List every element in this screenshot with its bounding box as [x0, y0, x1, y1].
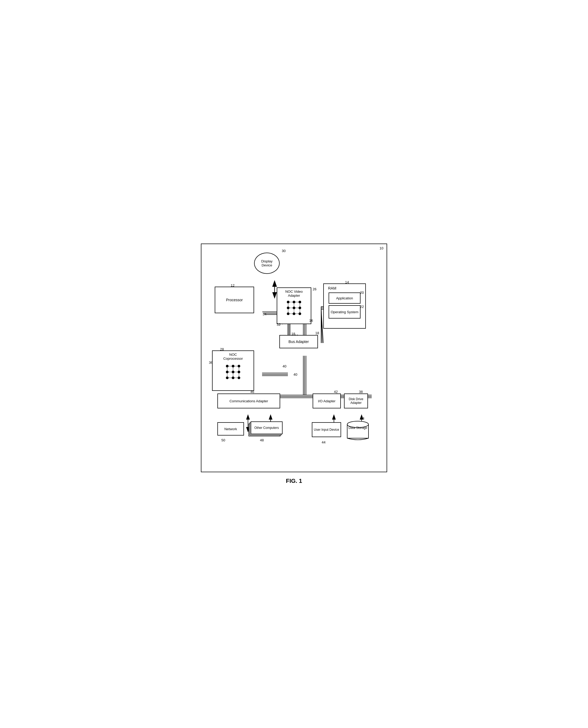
svg-point-76	[237, 371, 240, 373]
noc-cop-grid-lines	[224, 363, 242, 381]
svg-point-63	[293, 312, 295, 315]
bus-18-ref: 18	[291, 332, 295, 336]
network-ref: 50	[222, 438, 225, 442]
user-input-box: User Input Device	[312, 422, 341, 437]
noc-cop-bus-ref: 36	[209, 360, 213, 365]
user-input-label: User Input Device	[314, 428, 339, 432]
data-storage-svg	[345, 420, 371, 441]
fig-number: FIG. 1	[201, 478, 387, 484]
svg-point-60	[293, 307, 295, 309]
disk-drive-adapter-label: Disk Drive Adapter	[344, 397, 368, 405]
bus-adapter-box: Bus Adapter	[279, 335, 318, 348]
comms-adapter-ref: 46	[250, 390, 254, 394]
svg-point-75	[232, 371, 234, 373]
processor-label: Processor	[226, 298, 243, 302]
corner-ref: 10	[380, 246, 383, 250]
svg-point-72	[232, 365, 234, 368]
ram-box: RAM Application Operating System	[323, 283, 366, 329]
svg-point-64	[298, 312, 301, 315]
svg-point-57	[293, 301, 295, 303]
processor-box: Processor	[215, 287, 254, 313]
bus-16-ref: 16	[309, 318, 313, 323]
svg-point-73	[237, 365, 240, 368]
svg-point-58	[298, 301, 301, 303]
noc-cop-grid	[224, 363, 242, 381]
application-label: Application	[336, 296, 353, 300]
operating-system-label: Operating System	[331, 310, 358, 314]
application-ref: 20	[360, 291, 364, 294]
ram-label: RAM	[326, 286, 336, 290]
page-wrapper: 10	[201, 244, 387, 484]
svg-point-78	[232, 376, 234, 379]
ram-ref: 14	[345, 280, 349, 284]
bus-34-ref: 34	[262, 312, 266, 316]
svg-point-77	[226, 376, 229, 379]
other-computers-box: Other Computers	[251, 421, 282, 434]
operating-system-box: Operating System	[329, 305, 360, 318]
bus-adapter-label: Bus Adapter	[289, 339, 309, 344]
bus-adapter-ref: 18	[315, 331, 319, 335]
user-input-ref: 44	[322, 440, 326, 444]
noc-grid-lines	[285, 299, 303, 317]
bus-32-ref: 32	[277, 323, 280, 327]
operating-system-ref: 22	[360, 305, 364, 309]
svg-point-71	[226, 365, 229, 368]
comms-adapter-label: Communications Adapter	[229, 399, 268, 403]
noc-video-ref: 26	[313, 287, 316, 291]
svg-point-61	[298, 307, 301, 309]
svg-point-62	[287, 312, 290, 315]
noc-video-box: NOC VideoAdapter	[277, 287, 311, 324]
network-box: Network	[217, 422, 244, 436]
disk-drive-adapter-ref: 38	[359, 390, 363, 394]
noc-video-grid	[285, 299, 303, 317]
svg-point-74	[226, 371, 229, 373]
bus-40-ref: 40	[282, 364, 286, 368]
network-label: Network	[224, 427, 237, 431]
display-device-box: Display Device	[254, 252, 280, 274]
svg-text:40: 40	[293, 373, 297, 376]
svg-point-79	[237, 376, 240, 379]
disk-drive-adapter-box: Disk Drive Adapter	[344, 394, 368, 409]
data-storage-container: Data Storage	[345, 420, 371, 441]
other-computers-label: Other Computers	[254, 426, 279, 430]
noc-cop-label: NOCCoprocessor	[223, 353, 243, 360]
noc-cop-ref: 28	[220, 347, 224, 351]
main-diagram-border: 10	[201, 244, 387, 472]
svg-point-59	[287, 307, 290, 309]
display-device-label: Display Device	[261, 259, 273, 267]
comms-adapter-box: Communications Adapter	[217, 394, 280, 409]
data-storage-label: Data Storage	[345, 426, 371, 430]
data-storage-ref: 24	[360, 416, 364, 420]
other-computers-ref: 48	[260, 438, 264, 442]
io-adapter-box: I/O Adapter	[313, 394, 341, 409]
noc-video-label: NOC VideoAdapter	[285, 290, 303, 297]
svg-point-56	[287, 301, 290, 303]
io-adapter-label: I/O Adapter	[318, 399, 336, 403]
io-adapter-ref: 42	[334, 390, 338, 394]
application-box: Application	[329, 292, 360, 304]
display-device-ref: 30	[282, 249, 286, 253]
processor-ref: 12	[231, 283, 234, 287]
noc-coprocessor-box: NOCCoprocessor	[212, 350, 254, 391]
